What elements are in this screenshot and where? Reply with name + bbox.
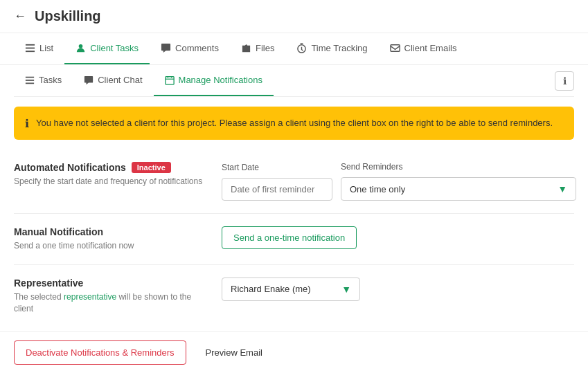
automated-notifications-desc: Specify the start date and frequency of … (14, 176, 208, 188)
svg-point-3 (79, 44, 83, 48)
representative-section: Representative The selected representati… (14, 265, 574, 327)
nav-client-emails[interactable]: Client Emails (379, 33, 468, 64)
svg-rect-0 (26, 44, 35, 46)
section-right-automated: Start Date Send Reminders One time only … (222, 162, 576, 201)
section-right-rep: Richard Enake (me) ▼ (222, 278, 574, 301)
start-date-label: Start Date (222, 163, 332, 172)
automated-notifications-section: Automated Notifications Inactive Specify… (14, 149, 574, 214)
preview-email-button[interactable]: Preview Email (195, 341, 274, 364)
inactive-badge: Inactive (132, 162, 171, 173)
representative-desc: The selected representative will be show… (14, 291, 208, 315)
info-button[interactable]: ℹ (555, 71, 574, 91)
warning-text: You have not selected a client for this … (36, 116, 553, 130)
svg-rect-1 (26, 48, 35, 49)
footer: Deactivate Notifications & Reminders Pre… (0, 331, 588, 373)
manual-notification-section: Manual Notification Send a one time noti… (14, 214, 574, 265)
inner-tabs-left: Tasks Client Chat Manage Notifications (14, 65, 274, 96)
rep-chevron: ▼ (341, 284, 351, 295)
svg-rect-9 (165, 76, 173, 84)
warning-banner: ℹ You have not selected a client for thi… (14, 107, 574, 140)
nav-time-tracking[interactable]: Time Tracking (285, 33, 378, 64)
tab-client-chat[interactable]: Client Chat (73, 65, 153, 96)
section-left-manual: Manual Notification Send a one time noti… (14, 226, 208, 252)
manual-notification-desc: Send a one time notification now (14, 240, 208, 252)
svg-rect-7 (26, 80, 34, 81)
automated-notifications-title: Automated Notifications Inactive (14, 162, 208, 173)
start-date-input[interactable] (222, 178, 332, 201)
back-button[interactable]: ← (14, 9, 26, 24)
deactivate-button[interactable]: Deactivate Notifications & Reminders (14, 340, 186, 365)
nav-client-tasks[interactable]: Client Tasks (64, 33, 150, 64)
section-right-manual: Send a one-time notification (222, 226, 574, 249)
nav-comments[interactable]: Comments (150, 33, 230, 64)
inner-tabs: Tasks Client Chat Manage Notifications ℹ (14, 65, 574, 97)
manual-notification-title: Manual Notification (14, 226, 208, 237)
send-reminders-chevron: ▼ (558, 183, 567, 194)
svg-rect-6 (26, 76, 34, 78)
section-left-automated: Automated Notifications Inactive Specify… (14, 162, 208, 188)
nav-list[interactable]: List (14, 33, 64, 64)
inner-content: Tasks Client Chat Manage Notifications ℹ… (0, 65, 588, 327)
page-title: Upskilling (35, 8, 101, 24)
representative-title: Representative (14, 278, 208, 289)
svg-rect-8 (26, 82, 34, 84)
send-reminders-dropdown[interactable]: One time only ▼ (341, 177, 576, 201)
svg-rect-2 (26, 51, 35, 52)
section-left-rep: Representative The selected representati… (14, 278, 208, 315)
top-nav: List Client Tasks Comments Files Time Tr… (0, 33, 588, 65)
page-header: ← Upskilling (0, 0, 588, 33)
send-notification-button[interactable]: Send a one-time notification (222, 226, 357, 249)
nav-files[interactable]: Files (230, 33, 285, 64)
send-reminders-label: Send Reminders (341, 162, 576, 172)
tab-tasks[interactable]: Tasks (14, 65, 73, 96)
representative-dropdown[interactable]: Richard Enake (me) ▼ (222, 278, 360, 301)
svg-rect-5 (390, 45, 399, 51)
warning-icon: ℹ (25, 117, 29, 130)
tab-manage-notifications[interactable]: Manage Notifications (154, 65, 274, 96)
